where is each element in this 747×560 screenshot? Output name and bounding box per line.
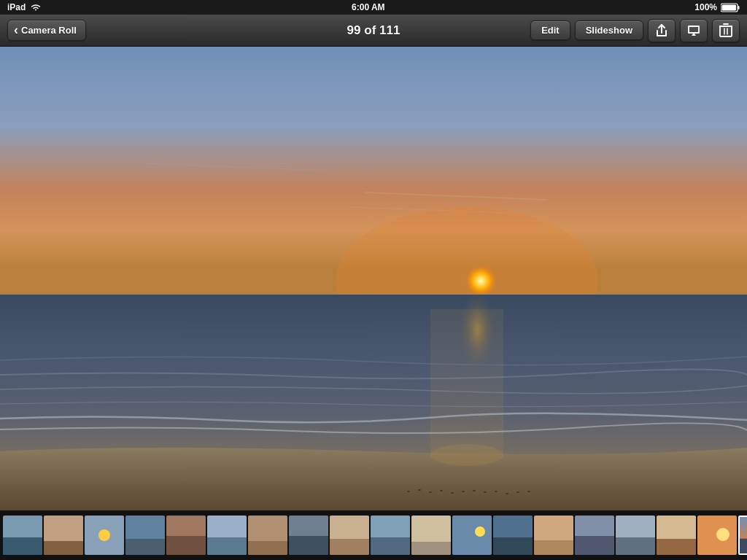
- thumbnail-strip: [0, 510, 747, 560]
- svg-point-20: [462, 491, 465, 492]
- share-button[interactable]: [648, 19, 676, 42]
- thumb-13[interactable]: [493, 516, 533, 555]
- thumb-17[interactable]: [657, 516, 696, 555]
- svg-point-26: [527, 491, 530, 492]
- svg-point-14: [430, 444, 503, 466]
- svg-rect-3: [720, 26, 732, 36]
- svg-rect-54: [534, 540, 573, 555]
- airplay-button[interactable]: [680, 19, 708, 42]
- thumb-8[interactable]: [289, 516, 328, 555]
- svg-point-50: [475, 526, 485, 537]
- photo-sunset: [0, 47, 747, 510]
- thumb-10[interactable]: [371, 516, 410, 555]
- svg-rect-2: [722, 4, 737, 10]
- svg-rect-1: [738, 6, 740, 9]
- svg-rect-42: [289, 536, 328, 555]
- thumb-2[interactable]: [44, 516, 83, 555]
- nav-bar: Camera Roll 99 of 111 Edit Slideshow: [0, 15, 747, 47]
- svg-rect-13: [430, 309, 503, 462]
- svg-point-18: [440, 490, 443, 491]
- main-photo: [0, 47, 747, 510]
- thumb-3[interactable]: [85, 516, 124, 555]
- svg-rect-60: [657, 539, 696, 555]
- thumb-15[interactable]: [575, 516, 614, 555]
- svg-rect-38: [207, 537, 247, 555]
- svg-point-21: [473, 490, 476, 491]
- svg-point-16: [418, 489, 421, 491]
- thumb-4[interactable]: [125, 516, 165, 555]
- thumb-16[interactable]: [616, 516, 655, 555]
- camera-roll-back-button[interactable]: Camera Roll: [7, 20, 86, 41]
- photo-counter: 99 of 111: [347, 23, 400, 38]
- battery-percentage: 100%: [694, 2, 717, 12]
- svg-point-15: [407, 491, 410, 492]
- thumb-active[interactable]: [738, 516, 747, 555]
- svg-rect-58: [616, 537, 655, 555]
- svg-point-19: [451, 492, 454, 494]
- nav-actions: Edit Slideshow: [530, 19, 740, 42]
- battery-icon: [721, 3, 740, 12]
- svg-rect-48: [411, 542, 451, 555]
- back-label: Camera Roll: [21, 25, 77, 36]
- thumb-7[interactable]: [248, 516, 287, 555]
- share-icon: [654, 23, 669, 38]
- svg-rect-52: [493, 537, 533, 555]
- svg-point-32: [98, 529, 110, 541]
- svg-rect-56: [575, 536, 614, 555]
- svg-rect-30: [44, 541, 83, 555]
- svg-point-62: [716, 528, 729, 541]
- svg-point-22: [484, 491, 487, 493]
- airplay-icon: [686, 24, 701, 37]
- slideshow-button[interactable]: Slideshow: [575, 20, 643, 40]
- thumb-9[interactable]: [330, 516, 369, 555]
- thumb-1[interactable]: [3, 516, 42, 555]
- thumb-14[interactable]: [534, 516, 573, 555]
- svg-point-24: [506, 493, 508, 494]
- svg-point-17: [429, 491, 432, 493]
- delete-icon: [719, 23, 732, 38]
- thumb-5[interactable]: [166, 516, 206, 555]
- svg-rect-28: [3, 537, 42, 555]
- thumb-18[interactable]: [697, 516, 737, 555]
- wifi-icon: [30, 3, 42, 12]
- svg-point-23: [495, 491, 498, 492]
- svg-rect-34: [125, 539, 165, 555]
- svg-rect-46: [371, 537, 410, 555]
- svg-rect-65: [740, 539, 747, 553]
- svg-rect-49: [452, 516, 492, 555]
- svg-rect-36: [166, 536, 206, 555]
- status-time: 6:00 AM: [352, 2, 385, 12]
- thumb-12[interactable]: [452, 516, 492, 555]
- status-bar: iPad 6:00 AM 100%: [0, 0, 747, 15]
- svg-rect-44: [330, 539, 369, 555]
- thumb-6[interactable]: [207, 516, 247, 555]
- thumb-11[interactable]: [411, 516, 451, 555]
- delete-button[interactable]: [712, 19, 740, 42]
- edit-button[interactable]: Edit: [530, 20, 570, 40]
- svg-rect-40: [248, 541, 287, 555]
- nav-left: Camera Roll: [7, 20, 86, 41]
- device-name: iPad: [7, 2, 26, 12]
- svg-point-25: [516, 491, 519, 493]
